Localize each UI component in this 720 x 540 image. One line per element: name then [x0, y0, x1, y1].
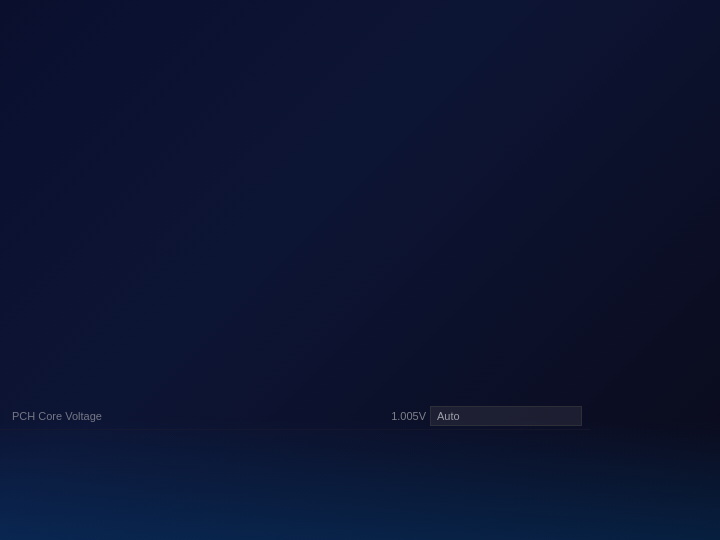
- pch-core-voltage-input[interactable]: [430, 406, 582, 426]
- pch-core-voltage-label: PCH Core Voltage: [8, 410, 330, 422]
- pch-core-voltage-row: PCH Core Voltage 1.005V: [0, 402, 590, 430]
- main-container: ASUS UEFI BIOS Utility – Advanced Mode 🌐…: [0, 0, 720, 540]
- pch-core-voltage-prefix: 1.005V: [330, 410, 430, 422]
- bg-circuit: [0, 420, 720, 540]
